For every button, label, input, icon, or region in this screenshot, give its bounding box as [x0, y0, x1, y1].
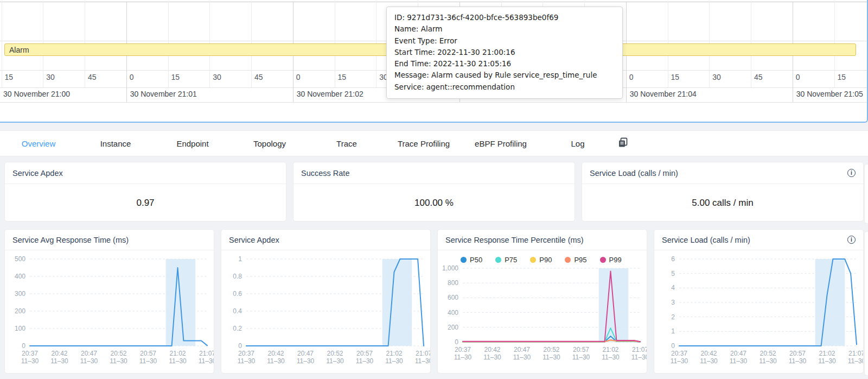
partial-card [864, 164, 868, 224]
tab-overview[interactable]: Overview [0, 139, 77, 148]
copy-endpoints-button[interactable] [617, 137, 629, 150]
stat-card-service-load: Service Load (calls / min) i 5.00 calls … [582, 162, 864, 222]
svg-text:800: 800 [448, 279, 458, 287]
svg-text:4: 4 [671, 284, 675, 292]
svg-text:1: 1 [671, 327, 675, 335]
timeline-tick-label: 15 [671, 73, 680, 81]
info-icon[interactable]: i [847, 236, 856, 244]
timeline-grid-vline [2, 2, 2, 87]
info-icon[interactable]: i [847, 169, 856, 177]
legend-item-p50[interactable]: P50 [461, 256, 482, 264]
svg-text:600: 600 [448, 294, 458, 301]
svg-text:0: 0 [671, 342, 675, 350]
svg-text:0: 0 [238, 342, 242, 350]
chart-card-response-time-percentile: Service Response Time Percentile (ms) P5… [437, 229, 647, 374]
tooltip-end-time-line: End Time: 2022-11-30 21:05:16 [394, 58, 615, 70]
timeline-tick-label: 0 [796, 73, 800, 81]
timeline-tick-label: 15 [5, 73, 14, 81]
svg-text:20:4211–30: 20:4211–30 [267, 350, 285, 365]
svg-text:400: 400 [15, 273, 25, 280]
timeline-tick-label: 15 [171, 73, 180, 81]
svg-text:0.8: 0.8 [233, 273, 242, 280]
svg-text:20:4211–30: 20:4211–30 [700, 350, 718, 365]
timeline-date-label: 30 November 21:04 [630, 90, 697, 98]
tab-trace-profiling[interactable]: Trace Profiling [385, 139, 462, 148]
line-chart-avg-response-time[interactable]: 010020030040050020:3711–3020:4211–3020:4… [5, 250, 214, 373]
legend-dot [600, 257, 606, 263]
tab-trace[interactable]: Trace [308, 139, 385, 148]
svg-text:21:0711–30: 21:0711–30 [415, 350, 431, 365]
svg-text:6: 6 [671, 255, 675, 263]
svg-text:0.2: 0.2 [233, 325, 242, 332]
stat-card-title: Service Load (calls / min) [590, 169, 678, 178]
tab-instance[interactable]: Instance [77, 139, 154, 148]
stat-card-row: Service Apdex 0.97 Success Rate 100.00 %… [4, 162, 864, 222]
legend-item-p95[interactable]: P95 [565, 256, 586, 264]
legend-item-p99[interactable]: P99 [600, 256, 622, 264]
chart-card-title: Service Avg Response Time (ms) [12, 236, 129, 244]
legend-dot [530, 257, 536, 263]
svg-text:2: 2 [671, 313, 675, 321]
svg-text:20:5211–30: 20:5211–30 [326, 350, 344, 365]
timeline-tick-label: 0 [629, 73, 634, 81]
chart-card-service-apdex: Service Apdex 00.20.40.60.8120:3711–3020… [221, 229, 431, 374]
event-timeline-panel: 153045015304501530450153045015304501530 … [0, 0, 868, 123]
alarm-event-label: Alarm [9, 46, 29, 54]
svg-text:0: 0 [22, 342, 25, 350]
timeline-tick-label: 45 [88, 73, 97, 81]
service-tabbar: Overview Instance Endpoint Topology Trac… [0, 130, 868, 156]
stat-card-value: 5.00 calls / min [582, 184, 863, 222]
svg-text:20:5711–30: 20:5711–30 [139, 350, 157, 365]
tooltip-id-line: ID: 9271d731-36cf-4200-bfce-563893be0f69 [394, 12, 615, 23]
timeline-date-label: 30 November 21:05 [796, 90, 863, 98]
timeline-tick-label: 0 [296, 73, 301, 81]
legend-dot [461, 257, 467, 263]
legend-dot [565, 257, 571, 263]
tab-log[interactable]: Log [539, 139, 616, 148]
legend-item-p75[interactable]: P75 [495, 256, 517, 264]
stat-card-title: Success Rate [301, 169, 349, 178]
svg-text:20:4211–30: 20:4211–30 [50, 350, 68, 365]
tab-endpoint[interactable]: Endpoint [154, 139, 231, 148]
timeline-tick-label: 30 [712, 73, 721, 81]
tooltip-event-type-line: Event Type: Error [394, 35, 615, 47]
chart-card-title: Service Load (calls / min) [662, 236, 750, 244]
svg-text:20:4711–30: 20:4711–30 [730, 350, 748, 365]
tab-ebpf-profiling[interactable]: eBPF Profiling [462, 139, 539, 148]
svg-text:21:0211–30: 21:0211–30 [602, 346, 620, 361]
timeline-tick-label: 30 [213, 73, 221, 81]
copy-documents-icon [617, 137, 629, 150]
line-chart-service-load[interactable]: 012345620:3711–3020:4211–3020:4711–3020:… [654, 250, 863, 373]
tab-topology[interactable]: Topology [231, 139, 308, 148]
svg-text:20:3711–30: 20:3711–30 [671, 350, 688, 365]
svg-text:20:5211–30: 20:5211–30 [110, 350, 127, 365]
line-chart-service-apdex[interactable]: 00.20.40.60.8120:3711–3020:4211–3020:471… [221, 250, 430, 373]
timeline-tick-label: 0 [130, 73, 134, 81]
tooltip-name-line: Name: Alarm [394, 23, 615, 35]
svg-text:200: 200 [15, 307, 25, 315]
svg-text:400: 400 [448, 309, 458, 317]
legend-dot [495, 257, 501, 263]
svg-text:20:4711–30: 20:4711–30 [297, 350, 315, 365]
partial-card [864, 231, 868, 376]
svg-text:20:5711–30: 20:5711–30 [356, 350, 374, 365]
svg-text:200: 200 [448, 324, 458, 331]
legend-item-p90[interactable]: P90 [530, 256, 552, 264]
line-chart-response-time-percentile[interactable]: P50P75P90P95P9902004006008001,00020:3711… [438, 250, 647, 369]
timeline-date-label: 30 November 21:02 [297, 90, 363, 98]
tooltip-start-time-line: Start Time: 2022-11-30 21:00:16 [394, 47, 615, 58]
chart-legend: P50P75P90P95P99 [438, 250, 647, 264]
svg-text:500: 500 [15, 255, 25, 263]
svg-text:20:5711–30: 20:5711–30 [789, 350, 807, 365]
svg-text:20:5211–30: 20:5211–30 [542, 346, 560, 361]
timeline-grid-hline [0, 102, 868, 103]
chart-plot: 012345620:3711–3020:4211–3020:4711–3020:… [654, 250, 864, 371]
timeline-tick-label: 15 [338, 73, 347, 81]
timeline-tick-label: 45 [254, 73, 263, 81]
event-tooltip: ID: 9271d731-36cf-4200-bfce-563893be0f69… [386, 7, 623, 99]
timeline-date-label: 30 November 21:00 [3, 90, 70, 98]
svg-text:21:0211–30: 21:0211–30 [818, 350, 836, 365]
stat-card-value: 100.00 % [293, 184, 575, 222]
chart-plot: 02004006008001,00020:3711–3020:4211–3020… [438, 264, 647, 367]
svg-text:21:0211–30: 21:0211–30 [169, 350, 187, 365]
